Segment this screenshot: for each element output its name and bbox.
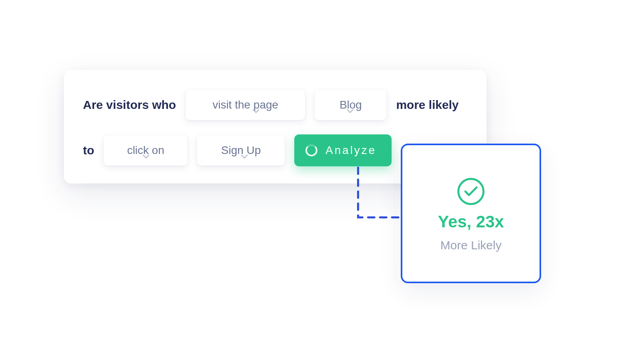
target-dropdown[interactable]: Sign Up bbox=[197, 135, 285, 166]
page-dropdown[interactable]: Blog bbox=[315, 90, 386, 120]
action-dropdown-label: visit the page bbox=[213, 99, 278, 111]
result-subtext: More Likely bbox=[440, 239, 501, 252]
chevron-down-icon bbox=[142, 154, 146, 159]
analyze-button-label: Analyze bbox=[325, 144, 376, 157]
action-dropdown[interactable]: visit the page bbox=[185, 90, 305, 120]
checkmark-circle-icon bbox=[457, 178, 484, 205]
event-dropdown[interactable]: click on bbox=[104, 135, 187, 166]
spinner-icon bbox=[305, 144, 317, 156]
query-text-middle: more likely bbox=[396, 98, 459, 112]
result-card: Yes, 23x More Likely bbox=[401, 144, 541, 283]
query-text-prefix: Are visitors who bbox=[83, 98, 176, 112]
analyze-button[interactable]: Analyze bbox=[294, 134, 392, 166]
query-text-to: to bbox=[83, 144, 94, 157]
canvas: Are visitors who visit the page Blog mor… bbox=[0, 0, 644, 359]
chevron-down-icon bbox=[347, 109, 351, 114]
result-headline: Yes, 23x bbox=[438, 212, 504, 231]
